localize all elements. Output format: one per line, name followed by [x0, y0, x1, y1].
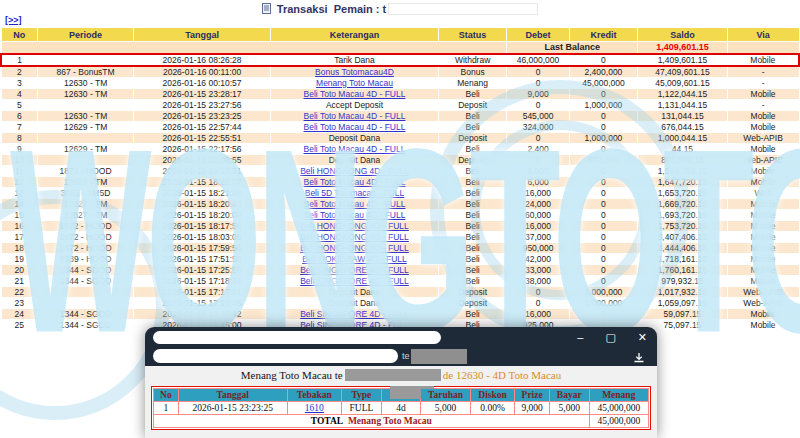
redacted-address	[411, 349, 467, 364]
expand-link[interactable]: [>>]	[5, 15, 22, 25]
cell-status: Beli	[438, 242, 507, 253]
cell-via: Mobile	[727, 264, 799, 275]
transactions-table: No Periode Tanggal Keterangan Status Deb…	[0, 27, 800, 331]
pcol-bayar: Bayar	[549, 389, 589, 402]
table-row: 4 12630 - TM 2026-01-15 23:28:17 Beli To…	[1, 88, 799, 99]
cell-via: Mobile	[727, 231, 799, 242]
cell-keterangan: Accept Deposit	[271, 99, 439, 110]
cell-debet: 9,000	[507, 88, 569, 99]
table-row: 6 12630 - TM 2026-01-15 23:23:25 Beli To…	[1, 110, 799, 121]
cell-status: Beli	[438, 121, 507, 132]
cell-debet: 16,000	[507, 187, 569, 198]
table-row: 24 1344 - SGOD 2026-01-15 16:45:42 Beli …	[1, 308, 799, 319]
cell-via: Mobile	[727, 275, 799, 286]
cell-saldo: 1,000,044.15	[638, 132, 727, 143]
table-row: 5 2026-01-15 23:27:56 Accept Deposit Dep…	[1, 99, 799, 110]
cell-tanggal: 2026-01-15 23:28:17	[133, 88, 270, 99]
cell-keterangan: Bonus Totomacau4D	[271, 66, 439, 78]
cell-saldo: 1,760,161.15	[638, 264, 727, 275]
cell-keterangan: Beli HONGKONG 4D - FULL	[271, 165, 439, 176]
total-desc: Menang Toto Macau	[348, 416, 432, 426]
table-header-row: No Periode Tanggal Keterangan Status Deb…	[1, 28, 799, 42]
table-row: 8 2026-01-15 22:55:51 Deposit Dana Depos…	[1, 132, 799, 143]
cell-via: Mobile	[727, 319, 799, 330]
cell-saldo: 1,669,720.15	[638, 198, 727, 209]
cell-debet: 0	[507, 132, 569, 143]
cell-via: Mobile	[727, 88, 799, 99]
cell-saldo: 3,444,406.15	[638, 242, 727, 253]
minimize-button[interactable]: –	[577, 327, 583, 347]
cell-via: Mobile	[727, 308, 799, 319]
table-row: 22 2026-01-15 17:17:51 Deposit Dana Depo…	[1, 286, 799, 297]
cell-status: Beli	[438, 220, 507, 231]
cell-keterangan: Beli Toto Macau 4D - FULL	[271, 143, 439, 154]
cell-debet: 60,000	[507, 209, 569, 220]
keterangan-text: Beli SINGAPORE 4D - FULL	[300, 265, 409, 275]
cell-no: 2	[1, 66, 38, 78]
cell-periode: 1344 - SGOD	[38, 308, 134, 319]
cell-keterangan: Deposit Dana	[271, 286, 439, 297]
cell-kredit: 0	[569, 54, 638, 66]
transactions-body: 1 2026-01-16 08:26:28 Tarik Dana Withdra…	[1, 54, 799, 331]
cell-no: 23	[1, 297, 38, 308]
cell-no: 16	[1, 220, 38, 231]
cell-debet: 2,400	[507, 143, 569, 154]
cell-no: 22	[1, 286, 38, 297]
close-button[interactable]: ✕	[638, 327, 647, 347]
cell-kredit: 0	[569, 264, 638, 275]
cell-keterangan: Beli 5D Totomacau - FULL	[271, 187, 439, 198]
cell-periode: 1872 - HOOD	[38, 165, 134, 176]
cell-no: 12	[1, 176, 38, 187]
browser-tab-pill[interactable]	[153, 331, 441, 344]
address-bar[interactable]	[153, 349, 398, 363]
maximize-button[interactable]: ▢	[605, 327, 615, 347]
cell-keterangan: Beli HONGKONG 4D - FULL	[271, 220, 439, 231]
cell-status: Beli	[438, 198, 507, 209]
keterangan-text: Beli HOKIDRAW 4D - FULL	[302, 254, 407, 264]
cell-periode: 12629 - TM	[38, 121, 134, 132]
cell-kredit: 0	[569, 110, 638, 121]
cell-saldo: 1,653,720.15	[638, 187, 727, 198]
pcell-type: FULL	[342, 402, 382, 415]
table-row: 12 12627 - TM 2026-01-15 18:22:07 Beli T…	[1, 176, 799, 187]
cell-via: Web-APIB	[727, 286, 799, 297]
cell-debet: 16,000	[507, 308, 569, 319]
cell-via: Mobile	[727, 253, 799, 264]
cell-tanggal: 2026-01-15 18:20:43	[133, 198, 270, 209]
cell-kredit: 0	[569, 209, 638, 220]
table-row: 11 1872 - HOOD 2026-01-15 19:19:51 Beli …	[1, 165, 799, 176]
cell-debet: 950,000	[507, 242, 569, 253]
cell-tanggal: 2026-01-15 23:27:56	[133, 99, 270, 110]
last-balance-value: 1,409,601.15	[638, 42, 727, 54]
pcell-bayar: 5,000	[549, 402, 589, 415]
cell-saldo: 59,097.15	[638, 308, 727, 319]
tebakan-link[interactable]: 1610	[305, 403, 324, 413]
cell-debet: 0	[507, 286, 569, 297]
cell-kredit: 0	[569, 187, 638, 198]
pcol-prize: Prize	[515, 389, 550, 402]
cell-debet: 37,000	[507, 231, 569, 242]
redacted-username	[388, 3, 538, 15]
cell-periode	[38, 132, 134, 143]
popup-titlebar: – ▢ ✕	[145, 327, 657, 347]
cell-saldo: 1,059,097.15	[638, 297, 727, 308]
keterangan-text: Beli Toto Macau 4D - FULL	[304, 89, 406, 99]
page-title: Transaksi Pemain : t	[0, 0, 800, 16]
cell-saldo: 1,718,161.15	[638, 253, 727, 264]
cell-debet: 46,000,000	[507, 54, 569, 66]
cell-keterangan: Beli Toto Macau 4D - FULL	[271, 88, 439, 99]
cell-periode: 12627 - TM	[38, 198, 134, 209]
cell-via: Mobile	[727, 121, 799, 132]
cell-debet: 6,000	[507, 176, 569, 187]
cell-tanggal: 2026-01-15 18:20:09	[133, 209, 270, 220]
cell-no: 10	[1, 154, 38, 165]
cell-via: Mobile	[727, 176, 799, 187]
cell-status: Beli	[438, 176, 507, 187]
cell-debet: 545,000	[507, 110, 569, 121]
cell-no: 6	[1, 110, 38, 121]
cell-status: Beli	[438, 143, 507, 154]
cell-periode: 12630 - TM	[38, 110, 134, 121]
cell-tanggal: 2026-01-15 17:18:34	[133, 275, 270, 286]
cell-status: Beli	[438, 88, 507, 99]
cell-tanggal: 2026-01-15 22:17:56	[133, 143, 270, 154]
